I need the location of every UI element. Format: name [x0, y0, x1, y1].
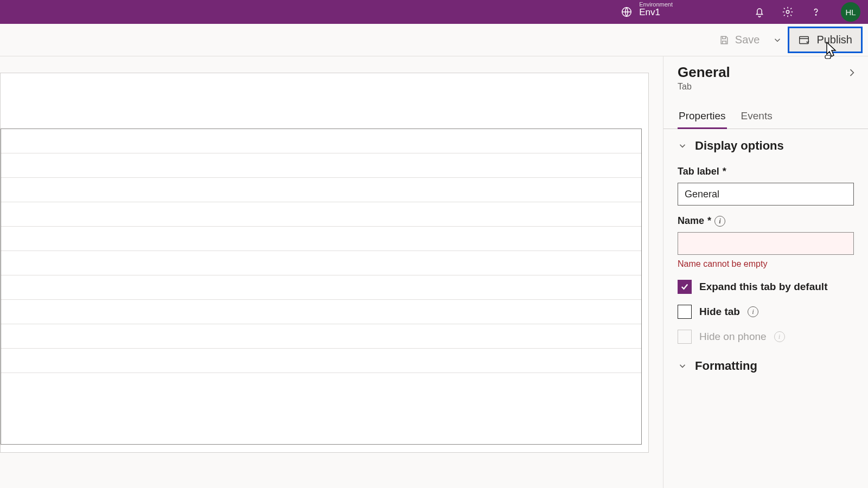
checkbox-hide-tab[interactable]: Hide tab i — [663, 294, 868, 319]
command-bar: Save Publish — [0, 24, 868, 56]
environment-selector[interactable]: Environment Env1 — [621, 6, 673, 18]
form-row[interactable] — [1, 251, 641, 275]
pane-subtitle: Tab — [678, 82, 854, 92]
environment-value: Env1 — [639, 8, 673, 18]
pane-title: General — [678, 64, 854, 81]
properties-pane: General Tab Properties Events Display op… — [663, 56, 868, 488]
info-icon[interactable]: i — [748, 306, 758, 317]
publish-button[interactable]: Publish — [788, 27, 863, 53]
field-tab-label: Tab label * — [663, 156, 868, 206]
checkbox-hide-tab-box[interactable] — [678, 305, 692, 319]
required-indicator: * — [723, 166, 726, 177]
form-canvas-area — [0, 56, 663, 488]
publish-icon — [798, 34, 810, 46]
checkbox-expand-default-label: Expand this tab by default — [699, 281, 827, 293]
environment-label: Environment — [639, 1, 673, 8]
save-dropdown[interactable] — [767, 31, 788, 49]
svg-point-1 — [786, 10, 789, 14]
form-row[interactable] — [1, 324, 641, 349]
info-icon: i — [774, 331, 785, 342]
checkbox-hide-phone: Hide on phone i — [663, 319, 868, 344]
section-display-options: Display options — [663, 129, 868, 156]
checkbox-hide-phone-box — [678, 330, 692, 344]
checkbox-hide-tab-label: Hide tab — [699, 306, 740, 318]
form-canvas[interactable] — [0, 73, 649, 453]
help-icon[interactable] — [809, 5, 822, 18]
expand-pane-button[interactable] — [844, 65, 859, 80]
section-title: Formatting — [695, 359, 757, 373]
name-input[interactable] — [678, 232, 854, 255]
form-grid[interactable] — [1, 129, 642, 445]
form-row[interactable] — [1, 300, 641, 324]
name-error: Name cannot be empty — [678, 259, 854, 269]
workspace: General Tab Properties Events Display op… — [0, 56, 868, 488]
required-indicator: * — [707, 215, 711, 227]
gear-icon[interactable] — [781, 5, 794, 18]
properties-tabs: Properties Events — [663, 105, 868, 129]
name-label: Name — [678, 215, 704, 227]
form-row[interactable] — [1, 227, 641, 251]
form-row[interactable] — [1, 349, 641, 373]
app-header: Environment Env1 HL — [0, 0, 868, 24]
chevron-right-icon — [678, 361, 687, 371]
save-icon — [719, 35, 730, 46]
section-formatting: Formatting — [663, 344, 868, 373]
save-label: Save — [735, 34, 760, 46]
svg-point-2 — [815, 15, 816, 15]
form-row[interactable] — [1, 153, 641, 178]
info-icon[interactable]: i — [714, 216, 725, 227]
checkbox-expand-default-box[interactable] — [678, 280, 692, 294]
save-button[interactable]: Save — [711, 29, 768, 50]
form-row[interactable] — [1, 275, 641, 300]
form-row[interactable] — [1, 202, 641, 227]
tab-label-label: Tab label — [678, 166, 719, 177]
checkbox-expand-default[interactable]: Expand this tab by default — [663, 269, 868, 294]
tab-properties[interactable]: Properties — [678, 105, 727, 129]
globe-icon — [621, 6, 633, 18]
tab-label-input[interactable] — [678, 183, 854, 206]
form-row[interactable] — [1, 129, 641, 153]
section-title: Display options — [695, 139, 784, 153]
avatar[interactable]: HL — [841, 2, 860, 22]
section-formatting-toggle[interactable]: Formatting — [678, 359, 854, 373]
bell-icon[interactable] — [753, 5, 766, 18]
tab-events[interactable]: Events — [740, 105, 774, 129]
chevron-down-icon — [678, 141, 687, 151]
section-display-options-toggle[interactable]: Display options — [678, 139, 854, 153]
publish-label: Publish — [816, 34, 852, 46]
field-name: Name * i Name cannot be empty — [663, 206, 868, 269]
form-row[interactable] — [1, 178, 641, 202]
checkbox-hide-phone-label: Hide on phone — [699, 331, 767, 343]
